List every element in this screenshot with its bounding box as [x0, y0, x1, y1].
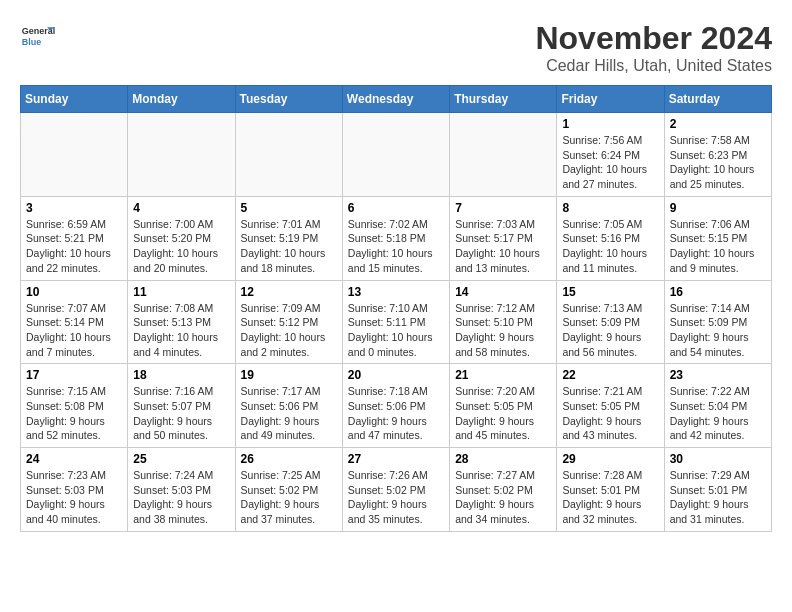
calendar-day-cell	[128, 113, 235, 197]
calendar-day-cell	[342, 113, 449, 197]
day-info: Sunrise: 7:05 AM Sunset: 5:16 PM Dayligh…	[562, 217, 658, 276]
day-number: 8	[562, 201, 658, 215]
day-number: 17	[26, 368, 122, 382]
calendar-day-cell: 15Sunrise: 7:13 AM Sunset: 5:09 PM Dayli…	[557, 280, 664, 364]
calendar-day-cell: 2Sunrise: 7:58 AM Sunset: 6:23 PM Daylig…	[664, 113, 771, 197]
day-number: 21	[455, 368, 551, 382]
day-number: 25	[133, 452, 229, 466]
day-info: Sunrise: 7:00 AM Sunset: 5:20 PM Dayligh…	[133, 217, 229, 276]
weekday-header-cell: Thursday	[450, 86, 557, 113]
day-info: Sunrise: 7:23 AM Sunset: 5:03 PM Dayligh…	[26, 468, 122, 527]
weekday-header-cell: Tuesday	[235, 86, 342, 113]
day-number: 18	[133, 368, 229, 382]
day-info: Sunrise: 7:20 AM Sunset: 5:05 PM Dayligh…	[455, 384, 551, 443]
day-number: 28	[455, 452, 551, 466]
calendar-day-cell: 21Sunrise: 7:20 AM Sunset: 5:05 PM Dayli…	[450, 364, 557, 448]
calendar-week-row: 3Sunrise: 6:59 AM Sunset: 5:21 PM Daylig…	[21, 196, 772, 280]
calendar-day-cell: 7Sunrise: 7:03 AM Sunset: 5:17 PM Daylig…	[450, 196, 557, 280]
calendar-day-cell: 23Sunrise: 7:22 AM Sunset: 5:04 PM Dayli…	[664, 364, 771, 448]
logo: General Blue	[20, 20, 56, 56]
location-title: Cedar Hills, Utah, United States	[535, 57, 772, 75]
day-number: 11	[133, 285, 229, 299]
calendar-day-cell: 10Sunrise: 7:07 AM Sunset: 5:14 PM Dayli…	[21, 280, 128, 364]
calendar-week-row: 24Sunrise: 7:23 AM Sunset: 5:03 PM Dayli…	[21, 448, 772, 532]
calendar-day-cell: 19Sunrise: 7:17 AM Sunset: 5:06 PM Dayli…	[235, 364, 342, 448]
calendar-day-cell: 4Sunrise: 7:00 AM Sunset: 5:20 PM Daylig…	[128, 196, 235, 280]
day-info: Sunrise: 7:29 AM Sunset: 5:01 PM Dayligh…	[670, 468, 766, 527]
day-number: 30	[670, 452, 766, 466]
day-number: 3	[26, 201, 122, 215]
day-info: Sunrise: 7:27 AM Sunset: 5:02 PM Dayligh…	[455, 468, 551, 527]
calendar-day-cell: 6Sunrise: 7:02 AM Sunset: 5:18 PM Daylig…	[342, 196, 449, 280]
day-number: 4	[133, 201, 229, 215]
day-number: 6	[348, 201, 444, 215]
day-info: Sunrise: 7:01 AM Sunset: 5:19 PM Dayligh…	[241, 217, 337, 276]
day-info: Sunrise: 7:58 AM Sunset: 6:23 PM Dayligh…	[670, 133, 766, 192]
day-number: 22	[562, 368, 658, 382]
weekday-header-cell: Saturday	[664, 86, 771, 113]
month-title: November 2024	[535, 20, 772, 57]
day-info: Sunrise: 7:24 AM Sunset: 5:03 PM Dayligh…	[133, 468, 229, 527]
day-number: 13	[348, 285, 444, 299]
calendar-day-cell: 5Sunrise: 7:01 AM Sunset: 5:19 PM Daylig…	[235, 196, 342, 280]
calendar-day-cell: 25Sunrise: 7:24 AM Sunset: 5:03 PM Dayli…	[128, 448, 235, 532]
day-number: 16	[670, 285, 766, 299]
calendar-day-cell: 22Sunrise: 7:21 AM Sunset: 5:05 PM Dayli…	[557, 364, 664, 448]
calendar-day-cell: 12Sunrise: 7:09 AM Sunset: 5:12 PM Dayli…	[235, 280, 342, 364]
day-info: Sunrise: 7:56 AM Sunset: 6:24 PM Dayligh…	[562, 133, 658, 192]
day-number: 1	[562, 117, 658, 131]
day-info: Sunrise: 6:59 AM Sunset: 5:21 PM Dayligh…	[26, 217, 122, 276]
weekday-header-cell: Wednesday	[342, 86, 449, 113]
day-info: Sunrise: 7:12 AM Sunset: 5:10 PM Dayligh…	[455, 301, 551, 360]
day-number: 15	[562, 285, 658, 299]
weekday-header-cell: Friday	[557, 86, 664, 113]
day-info: Sunrise: 7:03 AM Sunset: 5:17 PM Dayligh…	[455, 217, 551, 276]
calendar-day-cell: 11Sunrise: 7:08 AM Sunset: 5:13 PM Dayli…	[128, 280, 235, 364]
calendar-day-cell: 3Sunrise: 6:59 AM Sunset: 5:21 PM Daylig…	[21, 196, 128, 280]
day-info: Sunrise: 7:21 AM Sunset: 5:05 PM Dayligh…	[562, 384, 658, 443]
day-info: Sunrise: 7:13 AM Sunset: 5:09 PM Dayligh…	[562, 301, 658, 360]
day-info: Sunrise: 7:26 AM Sunset: 5:02 PM Dayligh…	[348, 468, 444, 527]
day-info: Sunrise: 7:15 AM Sunset: 5:08 PM Dayligh…	[26, 384, 122, 443]
weekday-header: SundayMondayTuesdayWednesdayThursdayFrid…	[21, 86, 772, 113]
calendar-week-row: 17Sunrise: 7:15 AM Sunset: 5:08 PM Dayli…	[21, 364, 772, 448]
calendar-week-row: 1Sunrise: 7:56 AM Sunset: 6:24 PM Daylig…	[21, 113, 772, 197]
day-info: Sunrise: 7:17 AM Sunset: 5:06 PM Dayligh…	[241, 384, 337, 443]
calendar-day-cell: 30Sunrise: 7:29 AM Sunset: 5:01 PM Dayli…	[664, 448, 771, 532]
calendar-day-cell: 18Sunrise: 7:16 AM Sunset: 5:07 PM Dayli…	[128, 364, 235, 448]
calendar-day-cell: 20Sunrise: 7:18 AM Sunset: 5:06 PM Dayli…	[342, 364, 449, 448]
calendar-day-cell: 13Sunrise: 7:10 AM Sunset: 5:11 PM Dayli…	[342, 280, 449, 364]
header: General Blue November 2024 Cedar Hills, …	[20, 20, 772, 75]
day-number: 9	[670, 201, 766, 215]
calendar-day-cell: 28Sunrise: 7:27 AM Sunset: 5:02 PM Dayli…	[450, 448, 557, 532]
calendar-day-cell: 27Sunrise: 7:26 AM Sunset: 5:02 PM Dayli…	[342, 448, 449, 532]
day-number: 23	[670, 368, 766, 382]
day-info: Sunrise: 7:16 AM Sunset: 5:07 PM Dayligh…	[133, 384, 229, 443]
day-number: 24	[26, 452, 122, 466]
calendar-day-cell	[21, 113, 128, 197]
calendar-table: SundayMondayTuesdayWednesdayThursdayFrid…	[20, 85, 772, 532]
calendar-day-cell: 17Sunrise: 7:15 AM Sunset: 5:08 PM Dayli…	[21, 364, 128, 448]
title-area: November 2024 Cedar Hills, Utah, United …	[535, 20, 772, 75]
day-number: 2	[670, 117, 766, 131]
calendar-day-cell: 29Sunrise: 7:28 AM Sunset: 5:01 PM Dayli…	[557, 448, 664, 532]
calendar-day-cell: 8Sunrise: 7:05 AM Sunset: 5:16 PM Daylig…	[557, 196, 664, 280]
calendar-day-cell	[235, 113, 342, 197]
day-number: 14	[455, 285, 551, 299]
day-number: 10	[26, 285, 122, 299]
calendar-body: 1Sunrise: 7:56 AM Sunset: 6:24 PM Daylig…	[21, 113, 772, 532]
calendar-day-cell: 9Sunrise: 7:06 AM Sunset: 5:15 PM Daylig…	[664, 196, 771, 280]
day-number: 5	[241, 201, 337, 215]
day-number: 29	[562, 452, 658, 466]
day-info: Sunrise: 7:22 AM Sunset: 5:04 PM Dayligh…	[670, 384, 766, 443]
day-info: Sunrise: 7:10 AM Sunset: 5:11 PM Dayligh…	[348, 301, 444, 360]
day-info: Sunrise: 7:28 AM Sunset: 5:01 PM Dayligh…	[562, 468, 658, 527]
day-info: Sunrise: 7:25 AM Sunset: 5:02 PM Dayligh…	[241, 468, 337, 527]
logo-icon: General Blue	[20, 20, 56, 56]
day-number: 12	[241, 285, 337, 299]
day-number: 20	[348, 368, 444, 382]
day-number: 19	[241, 368, 337, 382]
day-number: 7	[455, 201, 551, 215]
calendar-day-cell: 16Sunrise: 7:14 AM Sunset: 5:09 PM Dayli…	[664, 280, 771, 364]
calendar-day-cell: 14Sunrise: 7:12 AM Sunset: 5:10 PM Dayli…	[450, 280, 557, 364]
